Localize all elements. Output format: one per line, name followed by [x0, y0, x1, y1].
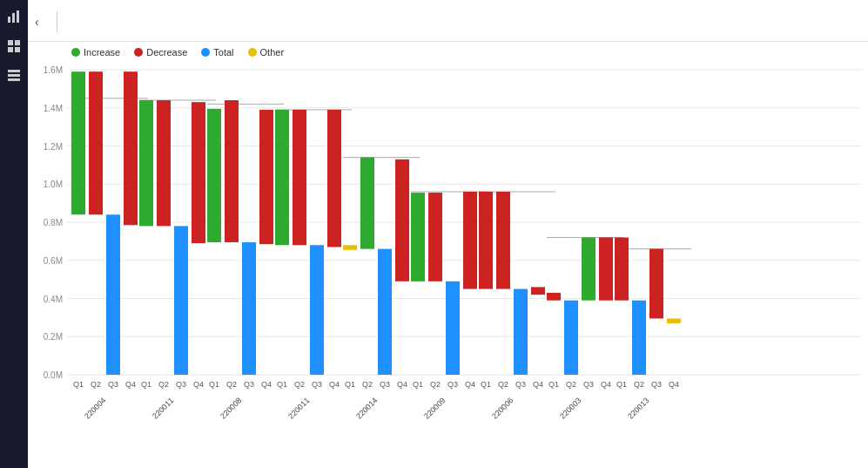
svg-rect-103 [582, 238, 595, 301]
svg-rect-63 [310, 245, 324, 375]
other-dot [248, 48, 257, 57]
legend: Increase Decrease Total Other [28, 42, 868, 61]
svg-text:220011: 220011 [286, 396, 311, 420]
back-arrow-icon: ‹ [35, 15, 39, 29]
svg-rect-95 [531, 287, 545, 295]
svg-rect-0 [8, 17, 10, 23]
total-label: Total [213, 47, 233, 58]
svg-rect-9 [8, 78, 20, 81]
svg-text:220006: 220006 [490, 396, 515, 420]
svg-text:Q3: Q3 [176, 380, 186, 389]
svg-text:Q2: Q2 [226, 380, 237, 389]
svg-rect-3 [8, 40, 13, 45]
svg-text:0.2M: 0.2M [44, 332, 63, 342]
svg-text:Q4: Q4 [397, 380, 407, 389]
sidebar [0, 0, 28, 468]
svg-rect-101 [564, 301, 578, 375]
svg-rect-43 [174, 226, 188, 375]
svg-rect-115 [667, 318, 681, 322]
table-icon[interactable] [4, 66, 24, 85]
svg-text:220014: 220014 [354, 396, 379, 420]
svg-text:Q3: Q3 [515, 380, 526, 389]
svg-text:Q3: Q3 [447, 380, 458, 389]
svg-rect-93 [514, 289, 528, 375]
svg-text:Q1: Q1 [73, 380, 84, 389]
svg-text:0.4M: 0.4M [44, 295, 63, 304]
svg-rect-41 [157, 100, 171, 226]
svg-text:Q2: Q2 [430, 380, 441, 389]
svg-rect-69 [343, 245, 357, 249]
svg-text:Q2: Q2 [91, 380, 101, 389]
svg-text:Q1: Q1 [616, 380, 627, 389]
svg-rect-85 [463, 192, 477, 289]
back-to-report-button[interactable]: ‹ [35, 15, 43, 29]
svg-text:Q3: Q3 [583, 380, 594, 389]
grid-icon[interactable] [4, 37, 24, 56]
svg-text:220013: 220013 [626, 396, 650, 420]
svg-rect-73 [378, 249, 392, 375]
svg-text:Q4: Q4 [261, 380, 272, 389]
svg-rect-81 [428, 193, 442, 281]
svg-rect-59 [275, 110, 289, 245]
svg-rect-6 [15, 47, 20, 52]
decrease-label: Decrease [146, 47, 187, 58]
svg-text:Q4: Q4 [193, 380, 204, 389]
svg-rect-53 [242, 242, 256, 375]
svg-rect-45 [192, 102, 205, 243]
svg-rect-113 [649, 249, 663, 319]
svg-rect-2 [17, 10, 19, 23]
svg-text:Q4: Q4 [669, 380, 679, 389]
svg-rect-8 [8, 74, 20, 77]
svg-text:1.4M: 1.4M [44, 104, 63, 113]
svg-text:220003: 220003 [558, 396, 582, 420]
bar-chart-icon[interactable] [4, 7, 24, 26]
svg-rect-105 [599, 238, 613, 301]
svg-text:220004: 220004 [83, 396, 107, 420]
svg-text:Q2: Q2 [566, 380, 576, 389]
total-dot [201, 48, 210, 57]
svg-text:Q3: Q3 [651, 380, 662, 389]
svg-text:Q4: Q4 [329, 380, 340, 389]
svg-rect-65 [327, 110, 341, 248]
svg-rect-1 [12, 13, 15, 23]
svg-text:Q3: Q3 [108, 380, 118, 389]
svg-text:Q4: Q4 [465, 380, 475, 389]
svg-rect-7 [8, 70, 20, 72]
svg-text:1.6M: 1.6M [44, 65, 63, 75]
svg-text:Q2: Q2 [158, 380, 169, 389]
svg-text:Q4: Q4 [533, 380, 543, 389]
svg-rect-61 [293, 110, 306, 245]
svg-rect-111 [632, 301, 646, 375]
svg-text:0.8M: 0.8M [44, 218, 63, 227]
chart-container: 0.0M0.2M0.4M0.6M0.8M1.0M1.2M1.4M1.6MQ1Q2… [28, 61, 868, 468]
svg-text:Q4: Q4 [125, 380, 136, 389]
svg-rect-75 [395, 159, 409, 281]
main-content: ‹ Increase Decrease Total Other 0.0M0.2M [28, 0, 868, 468]
svg-rect-99 [547, 293, 561, 301]
svg-rect-71 [360, 158, 374, 249]
svg-text:Q1: Q1 [209, 380, 219, 389]
svg-text:Q1: Q1 [277, 380, 287, 389]
svg-text:220011: 220011 [151, 396, 175, 420]
svg-text:Q4: Q4 [601, 380, 611, 389]
decrease-dot [134, 48, 143, 57]
svg-rect-79 [411, 193, 425, 281]
svg-text:Q1: Q1 [345, 380, 355, 389]
svg-text:Q2: Q2 [634, 380, 644, 389]
svg-text:Q2: Q2 [498, 380, 508, 389]
svg-text:1.2M: 1.2M [44, 142, 63, 152]
increase-dot [71, 48, 80, 57]
svg-rect-51 [225, 100, 239, 242]
svg-rect-89 [479, 192, 493, 289]
legend-total: Total [201, 47, 233, 58]
svg-rect-29 [71, 71, 85, 214]
svg-rect-33 [106, 214, 120, 375]
svg-text:0.6M: 0.6M [44, 256, 63, 266]
svg-text:Q3: Q3 [380, 380, 390, 389]
increase-label: Increase [84, 47, 120, 58]
legend-increase: Increase [71, 47, 120, 58]
svg-text:Q1: Q1 [481, 380, 491, 389]
header: ‹ [28, 0, 868, 42]
chart-scroll-area[interactable]: 0.0M0.2M0.4M0.6M0.8M1.0M1.2M1.4M1.6MQ1Q2… [28, 61, 861, 468]
svg-rect-55 [259, 110, 273, 244]
